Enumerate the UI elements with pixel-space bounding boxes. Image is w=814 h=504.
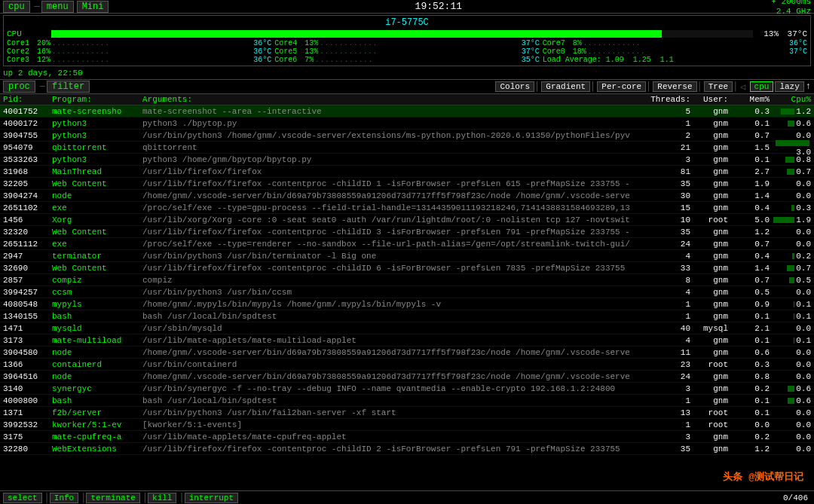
args-cell: /proc/self/exe --type=renderer --no-sand…	[142, 240, 630, 249]
mem-cell: 5.0	[728, 215, 770, 225]
mini-button[interactable]: Mini	[77, 1, 109, 13]
cpu-sort-button[interactable]: cpu	[750, 81, 774, 92]
table-row[interactable]: 4080548 mypyls /home/gnm/.mypyls/bin/myp…	[0, 298, 814, 310]
table-row[interactable]: 2651102 exe /proc/self/exe --type=gpu-pr…	[0, 202, 814, 214]
table-row[interactable]: 954079 qbittorrent qbittorrent 21 gnm 1.…	[0, 142, 814, 154]
threads-cell: 81	[630, 167, 690, 176]
cpu-cell: 0.6	[770, 119, 811, 128]
args-cell: /home/gnm/.mypyls/bin/mypyls /home/gnm/.…	[142, 300, 630, 309]
table-row[interactable]: 1340155 bash bash /usr/local/bin/spdtest…	[0, 310, 814, 322]
user-cell: gnm	[690, 312, 728, 321]
table-row[interactable]: 1456 Xorg /usr/lib/xorg/Xorg -core :0 -s…	[0, 214, 814, 226]
table-column-headers: Pid: Program: Arguments: Threads: User: …	[0, 94, 814, 105]
program-cell: WebExtensions	[52, 444, 142, 454]
program-cell: node	[52, 348, 142, 357]
program-cell: terminator	[52, 252, 142, 261]
table-row[interactable]: 3994257 ccsm /usr/bin/python3 /usr/bin/c…	[0, 286, 814, 298]
user-cell: gnm	[690, 384, 728, 393]
col-cpu: Cpu%	[770, 95, 811, 104]
cpu-title: i7-5775C	[7, 17, 807, 28]
args-cell: python3 /home/gnm/bpytop/bpytop.py	[142, 155, 630, 164]
threads-cell: 1	[630, 300, 690, 309]
select-button[interactable]: select	[3, 493, 42, 503]
user-cell: gnm	[690, 143, 728, 152]
kill-button[interactable]: kill	[148, 493, 176, 503]
table-row[interactable]: 3904274 node /home/gnm/.vscode-server/bi…	[0, 190, 814, 202]
pid-cell: 4001752	[3, 107, 52, 116]
table-row[interactable]: 32320 Web Content /usr/lib/firefox/firef…	[0, 226, 814, 238]
table-row[interactable]: 4000800 bash bash /usr/local/bin/spdtest…	[0, 395, 814, 407]
colors-button[interactable]: Colors	[495, 81, 534, 92]
pid-cell: 32280	[3, 444, 52, 454]
table-row[interactable]: 4001752 mate-screensho mate-screenshot -…	[0, 105, 814, 118]
mem-cell: 0.3	[728, 360, 770, 369]
user-cell: gnm	[690, 119, 728, 128]
cpu-cell: 0.8	[770, 155, 811, 164]
interrupt-button[interactable]: interrupt	[185, 493, 238, 503]
pid-cell: 32205	[3, 179, 52, 188]
threads-cell: 35	[630, 228, 690, 237]
args-cell: /usr/lib/xorg/Xorg -core :0 -seat seat0 …	[142, 215, 630, 225]
table-row[interactable]: 2651112 exe /proc/self/exe --type=render…	[0, 238, 814, 250]
pid-cell: 954079	[3, 143, 52, 152]
per-core-button[interactable]: Per-core	[597, 81, 646, 92]
user-cell: gnm	[690, 107, 728, 116]
pid-cell: 2651102	[3, 203, 52, 212]
cpu-button[interactable]: cpu	[3, 1, 30, 13]
threads-cell: 10	[630, 215, 690, 225]
table-row[interactable]: 2947 terminator /usr/bin/python3 /usr/bi…	[0, 250, 814, 262]
user-cell: gnm	[690, 300, 728, 309]
threads-cell: 3	[630, 432, 690, 441]
mem-cell: 1.2	[728, 444, 770, 454]
table-row[interactable]: 4000172 python3 python3 ./bpytop.py 1 gn…	[0, 118, 814, 130]
cpu-main-temp: 37°C	[779, 29, 807, 38]
table-row[interactable]: 1371 f2b/server /usr/bin/python3 /usr/bi…	[0, 407, 814, 419]
table-row[interactable]: 3992532 kworker/5:1-ev [kworker/5:1-even…	[0, 419, 814, 431]
threads-cell: 5	[630, 107, 690, 116]
table-row[interactable]: 1471 mysqld /usr/sbin/mysqld 40 mysql 2.…	[0, 322, 814, 334]
network-info: + 2000ms 2.4 GHz	[771, 0, 811, 16]
proc-header-bar: proc ─ filter Colors │ Gradient │ Per-co…	[0, 79, 814, 94]
terminate-button[interactable]: terminate	[86, 493, 139, 503]
gradient-button[interactable]: Gradient	[541, 81, 590, 92]
args-cell: /proc/self/exe --type=gpu-process --fiel…	[142, 203, 630, 212]
filter-button[interactable]: filter	[47, 81, 90, 93]
table-row[interactable]: 32205 Web Content /usr/lib/firefox/firef…	[0, 178, 814, 190]
table-row[interactable]: 32280 WebExtensions /usr/lib/firefox/fir…	[0, 443, 814, 455]
proc-button[interactable]: proc	[3, 81, 35, 93]
lazy-button[interactable]: lazy	[775, 81, 803, 92]
threads-cell: 24	[630, 240, 690, 249]
program-cell: kworker/5:1-ev	[52, 420, 142, 429]
args-cell: /usr/lib/mate-applets/mate-multiload-app…	[142, 336, 630, 345]
program-cell: synergyc	[52, 384, 142, 393]
table-row[interactable]: 3904755 python3 /usr/bin/python3 /home/g…	[0, 130, 814, 142]
program-cell: python3	[52, 155, 142, 164]
table-row[interactable]: 3140 synergyc /usr/bin/synergyc -f --no-…	[0, 383, 814, 395]
cpu-cell: 0.1	[770, 300, 811, 309]
menu-button[interactable]: menu	[41, 1, 74, 13]
reverse-button[interactable]: Reverse	[653, 81, 696, 92]
user-cell: gnm	[690, 167, 728, 176]
pid-cell: 2947	[3, 252, 52, 261]
user-cell: gnm	[690, 336, 728, 345]
mem-cell: 0.7	[728, 240, 770, 249]
args-cell: /usr/lib/firefox/firefox -contentproc -c…	[142, 179, 630, 188]
table-row[interactable]: 3173 mate-multiload /usr/lib/mate-applet…	[0, 334, 814, 347]
table-row[interactable]: 32690 Web Content /usr/lib/firefox/firef…	[0, 262, 814, 274]
args-cell: /home/gnm/.vscode-server/bin/d69a79b7380…	[142, 348, 630, 357]
table-row[interactable]: 1366 containerd /usr/bin/containerd 23 r…	[0, 359, 814, 371]
table-row[interactable]: 2857 compiz compiz 8 gnm 0.7 0.5	[0, 274, 814, 286]
info-button[interactable]: Info	[50, 493, 78, 503]
table-row[interactable]: 3964516 node /home/gnm/.vscode-server/bi…	[0, 371, 814, 383]
table-row[interactable]: 3175 mate-cpufreq-a /usr/lib/mate-applet…	[0, 431, 814, 443]
table-row[interactable]: 3533263 python3 python3 /home/gnm/bpytop…	[0, 154, 814, 166]
program-cell: bash	[52, 312, 142, 321]
table-row[interactable]: 3904580 node /home/gnm/.vscode-server/bi…	[0, 347, 814, 359]
table-row[interactable]: 31968 MainThread /usr/lib/firefox/firefo…	[0, 166, 814, 178]
mem-cell: 0.1	[728, 119, 770, 128]
threads-cell: 1	[630, 396, 690, 405]
pid-cell: 4000800	[3, 396, 52, 405]
pid-cell: 3175	[3, 432, 52, 441]
tree-button[interactable]: Tree	[704, 81, 733, 92]
args-cell: /usr/sbin/mysqld	[142, 324, 630, 333]
